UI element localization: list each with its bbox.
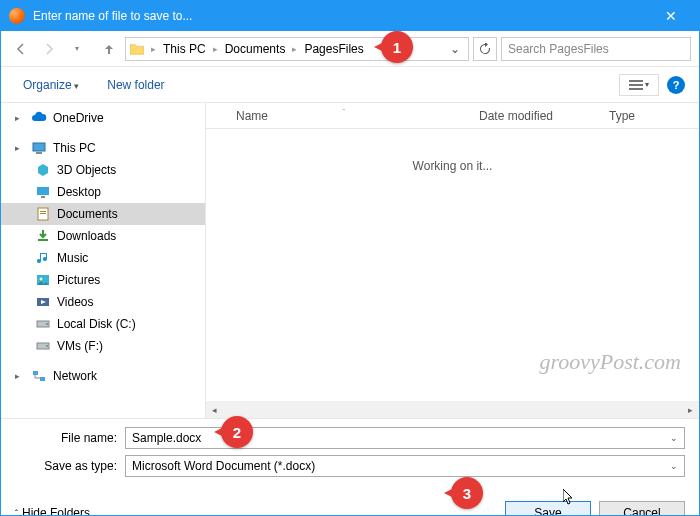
tree-item-documents[interactable]: Documents [1,203,205,225]
desktop-icon [35,184,51,200]
tree-item-this-pc[interactable]: ▸This PC [1,137,205,159]
search-input[interactable]: Search PagesFiles [501,37,691,61]
svg-point-11 [40,278,43,281]
help-button[interactable]: ? [667,76,685,94]
firefox-icon [9,8,25,24]
tree-item-label: Music [57,251,88,265]
column-date[interactable]: Date modified [479,109,609,123]
list-view-icon [629,79,643,91]
new-folder-button[interactable]: New folder [99,74,172,96]
chevron-right-icon: ▸ [148,44,159,54]
toolbar: Organize New folder ▾ ? [1,67,699,103]
docs-icon [35,206,51,222]
svg-point-16 [46,345,48,347]
view-options-button[interactable]: ▾ [619,74,659,96]
recent-dropdown[interactable]: ▾ [65,37,89,61]
sort-caret-icon: ˆ [343,107,346,116]
close-button[interactable]: ✕ [651,8,691,24]
pc-icon [31,140,47,156]
annotation-3: 3 [451,477,483,509]
window-title: Enter name of file to save to... [33,9,651,23]
scroll-right-icon[interactable]: ▸ [682,401,699,418]
savetype-label: Save as type: [15,459,125,473]
savetype-select[interactable]: Microsoft Word Document (*.docx) ⌄ [125,455,685,477]
cloud-icon [31,110,47,126]
save-button[interactable]: Save [505,501,591,516]
svg-rect-17 [33,371,38,375]
watermark: groovyPost.com [539,349,681,375]
chevron-right-icon: ▸ [210,44,221,54]
nav-row: ▾ ▸ This PC ▸ Documents ▸ PagesFiles ⌄ S… [1,31,699,67]
up-button[interactable] [97,37,121,61]
cancel-button[interactable]: Cancel [599,501,685,516]
column-type[interactable]: Type [609,109,699,123]
tree-item-vms-f-[interactable]: VMs (F:) [1,335,205,357]
chevron-down-icon[interactable]: ⌄ [670,433,678,443]
filename-label: File name: [15,431,125,445]
chevron-down-icon[interactable]: ⌄ [670,461,678,471]
tree-item-label: Videos [57,295,93,309]
horizontal-scrollbar[interactable]: ◂ ▸ [206,401,699,418]
chevron-right-icon: ▸ [289,44,300,54]
breadcrumb-item[interactable]: Documents [223,42,288,56]
folder-tree[interactable]: ▸OneDrive▸This PC3D ObjectsDesktopDocume… [1,103,206,418]
videos-icon [35,294,51,310]
tree-item-label: VMs (F:) [57,339,103,353]
network-icon [31,368,47,384]
save-form: File name: Sample.docx ⌄ Save as type: M… [1,418,699,493]
tree-item-label: Network [53,369,97,383]
tree-item-label: OneDrive [53,111,104,125]
tree-item-label: Downloads [57,229,116,243]
music-icon [35,250,51,266]
scroll-left-icon[interactable]: ◂ [206,401,223,418]
pictures-icon [35,272,51,288]
tree-item-label: Pictures [57,273,100,287]
svg-point-14 [46,323,48,325]
svg-rect-1 [629,84,643,86]
3d-icon [35,162,51,178]
search-placeholder: Search PagesFiles [508,42,609,56]
organize-menu[interactable]: Organize [15,74,87,96]
mouse-cursor-icon [563,489,575,507]
svg-rect-5 [37,187,49,195]
chevron-up-icon: ˆ [15,508,18,516]
svg-rect-3 [33,143,45,151]
tree-item-music[interactable]: Music [1,247,205,269]
svg-rect-4 [36,152,42,154]
tree-item-pictures[interactable]: Pictures [1,269,205,291]
breadcrumb-item[interactable]: This PC [161,42,208,56]
tree-item-videos[interactable]: Videos [1,291,205,313]
svg-rect-2 [629,88,643,90]
tree-item-local-disk-c-[interactable]: Local Disk (C:) [1,313,205,335]
tree-item-desktop[interactable]: Desktop [1,181,205,203]
hide-folders-toggle[interactable]: ˆ Hide Folders [15,506,90,516]
disk-icon [35,338,51,354]
folder-icon [130,41,146,57]
list-header: ˆ Name Date modified Type [206,103,699,129]
tree-item-label: Local Disk (C:) [57,317,136,331]
breadcrumb-dropdown[interactable]: ⌄ [446,42,464,56]
tree-item-label: 3D Objects [57,163,116,177]
downloads-icon [35,228,51,244]
annotation-2: 2 [221,416,253,448]
tree-item-label: This PC [53,141,96,155]
tree-item-network[interactable]: ▸Network [1,365,205,387]
back-button[interactable] [9,37,33,61]
annotation-1: 1 [381,31,413,63]
svg-rect-9 [40,213,46,214]
svg-rect-6 [41,196,45,198]
forward-button[interactable] [37,37,61,61]
tree-item-onedrive[interactable]: ▸OneDrive [1,107,205,129]
button-row: ˆ Hide Folders Save Cancel [1,493,699,516]
disk-icon [35,316,51,332]
titlebar: Enter name of file to save to... ✕ [1,1,699,31]
refresh-button[interactable] [473,37,497,61]
tree-item-downloads[interactable]: Downloads [1,225,205,247]
filename-value: Sample.docx [132,431,201,445]
breadcrumb-item[interactable]: PagesFiles [302,42,365,56]
column-name[interactable]: ˆ Name [206,109,479,123]
breadcrumb[interactable]: ▸ This PC ▸ Documents ▸ PagesFiles ⌄ [125,37,469,61]
tree-item-3d-objects[interactable]: 3D Objects [1,159,205,181]
tree-item-label: Documents [57,207,118,221]
svg-rect-0 [629,80,643,82]
